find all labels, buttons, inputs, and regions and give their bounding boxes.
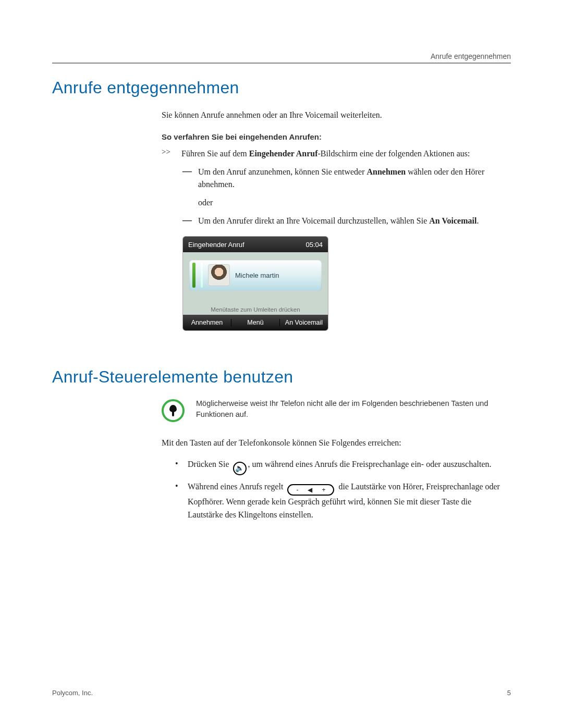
bullet-dot-2: •: [175, 480, 180, 522]
chevron-marker: >>: [162, 147, 176, 159]
footer-company: Polycom, Inc.: [52, 689, 93, 697]
ss-softkey-bar: Annehmen Menü An Voicemail: [183, 315, 328, 330]
section2-title: Anruf-Steuerelemente benutzen: [52, 367, 511, 387]
bullet2-text: Während eines Anrufs regelt -◀+ die Laut…: [188, 480, 500, 522]
ss-btn-menu: Menü: [231, 319, 280, 326]
ss-hint: Menütaste zum Umleiten drücken: [183, 306, 328, 313]
phone-screenshot: Eingehender Anruf 05:04 Michele martin M…: [182, 236, 328, 331]
dash-marker: —: [182, 166, 193, 190]
d2b1: An Voicemail: [429, 216, 476, 225]
dash-list: — Um den Anruf anzunehmen, können Sie en…: [182, 166, 500, 227]
section1-body: Sie können Anrufe annehmen oder an Ihre …: [162, 109, 500, 331]
vol-speaker-icon: ◀: [308, 485, 312, 495]
ss-titlebar: Eingehender Anruf 05:04: [183, 237, 328, 252]
section2: Anruf-Steuerelemente benutzen Möglicherw…: [52, 367, 511, 522]
ss-stripe-light: [201, 263, 203, 288]
d2p1: Um den Anrufer direkt an Ihre Voicemail …: [198, 216, 429, 225]
ss-time: 05:04: [305, 241, 323, 249]
ss-btn-accept: Annehmen: [183, 319, 231, 326]
section1-intro: Sie können Anrufe annehmen oder an Ihre …: [162, 109, 500, 121]
bullet-1: • Drücken Sie 🔈, um während eines Anrufs…: [175, 458, 500, 475]
ss-stripe-green: [192, 263, 195, 288]
instr-p1: Führen Sie auf dem: [181, 149, 249, 158]
pin-glyph: [169, 405, 177, 416]
content: Anrufe entgegennehmen Sie können Anrufe …: [52, 78, 511, 522]
dash2-text: Um den Anrufer direkt an Ihre Voicemail …: [198, 215, 500, 227]
d1b1: Annehmen: [366, 167, 406, 176]
dash-item-2: — Um den Anrufer direkt an Ihre Voicemai…: [182, 215, 500, 227]
d1p1: Um den Anruf anzunehmen, können Sie entw…: [198, 167, 366, 176]
note-text: Möglicherweise weist Ihr Telefon nicht a…: [196, 398, 500, 420]
or-row: oder: [182, 196, 500, 208]
section1-subheading: So verfahren Sie bei eingehenden Anrufen…: [162, 132, 500, 141]
ss-title: Eingehender Anruf: [188, 241, 244, 249]
footer-page-number: 5: [507, 689, 511, 697]
bullet-2: • Während eines Anrufs regelt -◀+ die La…: [175, 480, 500, 522]
instr-b1: Eingehender Anruf: [249, 149, 318, 158]
or-spacer: [182, 196, 193, 208]
speaker-button-icon: 🔈: [233, 462, 247, 475]
vol-minus: -: [296, 485, 298, 495]
or-label: oder: [198, 196, 500, 208]
vol-plus: +: [322, 485, 325, 495]
dash1-text: Um den Anruf anzunehmen, können Sie entw…: [198, 166, 500, 190]
note-row: Möglicherweise weist Ihr Telefon nicht a…: [162, 398, 500, 422]
bullet-list: • Drücken Sie 🔈, um während eines Anrufs…: [175, 458, 500, 522]
section2-body: Mit den Tasten auf der Telefonkonsole kö…: [162, 437, 500, 522]
b1p1: Drücken Sie: [188, 460, 231, 468]
page: Anrufe entgegennehmen Anrufe entgegenneh…: [0, 0, 563, 728]
pin-icon: [162, 399, 185, 422]
instr-p2: -Bildschirm eine der folgenden Aktionen …: [317, 149, 470, 158]
ss-caller-row: Michele martin: [189, 260, 322, 291]
b2p1: Während eines Anrufs regelt: [188, 482, 285, 491]
bullet-dot-1: •: [175, 458, 180, 475]
volume-rocker-icon: -◀+: [287, 484, 334, 496]
instruction-text: Führen Sie auf dem Eingehender Anruf-Bil…: [181, 147, 500, 159]
dash-marker-2: —: [182, 215, 193, 227]
ss-btn-voicemail: An Voicemail: [280, 319, 328, 326]
d2p2: .: [476, 216, 479, 225]
ss-caller-name: Michele martin: [235, 272, 279, 279]
section1-title: Anrufe entgegennehmen: [52, 78, 511, 97]
header-rule: [52, 63, 511, 64]
instruction-row: >> Führen Sie auf dem Eingehender Anruf-…: [162, 147, 500, 159]
b1p2: , um während eines Anrufs die Freisprech…: [248, 460, 492, 468]
section2-lead: Mit den Tasten auf der Telefonkonsole kö…: [162, 437, 500, 449]
running-header: Anrufe entgegennehmen: [431, 52, 511, 60]
bullet1-text: Drücken Sie 🔈, um während eines Anrufs d…: [188, 458, 500, 475]
dash-item-1: — Um den Anruf anzunehmen, können Sie en…: [182, 166, 500, 190]
caller-photo-icon: [208, 264, 230, 286]
